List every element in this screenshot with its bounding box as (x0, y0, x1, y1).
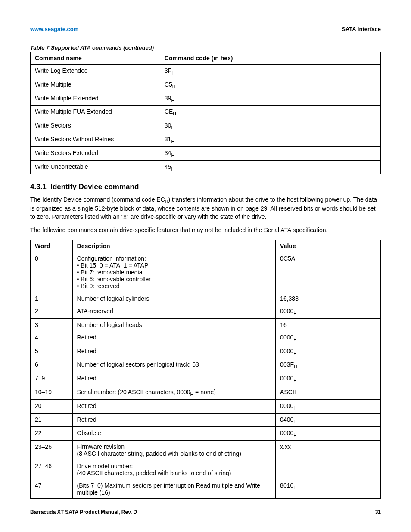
table-row: 22Obsolete0000H (31, 427, 381, 441)
word-cell: 27–46 (31, 460, 73, 479)
desc-cell: Retired (72, 331, 276, 345)
table-row: 21Retired0400H (31, 413, 381, 427)
table-row: Write Multiple FUA ExtendedCEH (31, 106, 381, 119)
value-cell: ASCII (276, 386, 381, 400)
cmd-name-cell: Write Multiple FUA Extended (31, 106, 160, 119)
table-row: Write Multiple Extended39H (31, 92, 381, 106)
word-cell: 4 (31, 331, 73, 345)
table-row: 20Retired0000H (31, 399, 381, 413)
paragraph-2: The following commands contain drive-spe… (30, 226, 381, 234)
desc-cell: Retired (72, 372, 276, 386)
word-cell: 6 (31, 358, 73, 372)
table-row: Write Sectors Without Retries31H (31, 133, 381, 146)
table-row: Write Sectors Extended34H (31, 146, 381, 160)
para1-pre: The Identify Device command (command cod… (30, 196, 165, 203)
desc-cell: Number of logical heads (72, 318, 276, 331)
cmd-code-cell: 3FH (160, 65, 380, 78)
value-cell (276, 460, 381, 479)
table-row: Write Log Extended3FH (31, 65, 381, 78)
desc-cell: Drive model number:(40 ASCII characters,… (72, 460, 276, 479)
desc-cell: Number of logical sectors per logical tr… (72, 358, 276, 372)
th-value: Value (276, 240, 381, 252)
cmd-code-cell: 30H (160, 119, 380, 133)
value-cell: 16,383 (276, 292, 381, 305)
cmd-code-cell: 31H (160, 133, 380, 146)
cmd-name-cell: Write Multiple (31, 78, 160, 92)
th-word: Word (31, 240, 73, 252)
table-row: 7–9Retired0000H (31, 372, 381, 386)
word-cell: 7–9 (31, 372, 73, 386)
desc-cell: Serial number: (20 ASCII characters, 000… (72, 386, 276, 400)
desc-cell: Configuration information:• Bit 15: 0 = … (72, 252, 276, 292)
table-row: 47(Bits 7–0) Maximum sectors per interru… (31, 479, 381, 499)
desc-cell: Number of logical cylinders (72, 292, 276, 305)
word-cell: 2 (31, 305, 73, 319)
table-row: 10–19Serial number: (20 ASCII characters… (31, 386, 381, 400)
table-row: 5Retired0000H (31, 345, 381, 358)
table-row: Write Sectors30H (31, 119, 381, 133)
desc-cell: Retired (72, 345, 276, 358)
word-cell: 10–19 (31, 386, 73, 400)
table1-caption: Table 7 Supported ATA commands (continue… (30, 44, 381, 51)
cmd-code-cell: 39H (160, 92, 380, 106)
desc-cell: ATA-reserved (72, 305, 276, 319)
table-row: 4Retired0000H (31, 331, 381, 345)
ata-commands-table: Command name Command code (in hex) Write… (30, 52, 381, 174)
th-command-name: Command name (31, 52, 160, 65)
word-cell: 5 (31, 345, 73, 358)
value-cell: 0000H (276, 305, 381, 319)
footer-right: 31 (375, 509, 381, 515)
th-description: Description (72, 240, 276, 252)
table-row: 23–26Firmware revision(8 ASCII character… (31, 441, 381, 460)
seagate-link[interactable]: www.seagate.com (30, 26, 78, 32)
page-footer: Barracuda XT SATA Product Manual, Rev. D… (30, 509, 381, 515)
section-title: Identify Device command (50, 183, 139, 191)
cmd-name-cell: Write Log Extended (31, 65, 160, 78)
desc-cell: Retired (72, 399, 276, 413)
value-cell: 0000H (276, 427, 381, 441)
desc-cell: (Bits 7–0) Maximum sectors per interrupt… (72, 479, 276, 499)
word-cell: 22 (31, 427, 73, 441)
cmd-code-cell: CEH (160, 106, 380, 119)
word-cell: 1 (31, 292, 73, 305)
table-row: 1Number of logical cylinders16,383 (31, 292, 381, 305)
value-cell: 0C5AH (276, 252, 381, 292)
table-row: 2ATA-reserved0000H (31, 305, 381, 319)
table-row: Write MultipleC5H (31, 78, 381, 92)
page-header: www.seagate.com SATA Interface (30, 26, 381, 32)
cmd-code-cell: C5H (160, 78, 380, 92)
section-number: 4.3.1 (30, 183, 47, 191)
identify-device-table: Word Description Value 0Configuration in… (30, 240, 381, 499)
cmd-name-cell: Write Sectors Extended (31, 146, 160, 160)
value-cell: 0000H (276, 372, 381, 386)
value-cell: 8010H (276, 479, 381, 499)
section-heading: 4.3.1 Identify Device command (30, 183, 381, 191)
th-command-code: Command code (in hex) (160, 52, 380, 65)
desc-cell: Retired (72, 413, 276, 427)
word-cell: 3 (31, 318, 73, 331)
header-right: SATA Interface (342, 26, 381, 32)
cmd-name-cell: Write Uncorrectable (31, 160, 160, 174)
table-row: 27–46Drive model number:(40 ASCII charac… (31, 460, 381, 479)
cmd-name-cell: Write Multiple Extended (31, 92, 160, 106)
word-cell: 0 (31, 252, 73, 292)
value-cell: 003FH (276, 358, 381, 372)
value-cell: 0000H (276, 345, 381, 358)
table-row: 3Number of logical heads16 (31, 318, 381, 331)
value-cell: 0400H (276, 413, 381, 427)
cmd-name-cell: Write Sectors Without Retries (31, 133, 160, 146)
desc-cell: Firmware revision(8 ASCII character stri… (72, 441, 276, 460)
table-row: Write Uncorrectable45H (31, 160, 381, 174)
table-row: 0Configuration information:• Bit 15: 0 =… (31, 252, 381, 292)
cmd-code-cell: 45H (160, 160, 380, 174)
value-cell: 16 (276, 318, 381, 331)
value-cell: 0000H (276, 331, 381, 345)
cmd-name-cell: Write Sectors (31, 119, 160, 133)
paragraph-1: The Identify Device command (command cod… (30, 196, 381, 221)
word-cell: 23–26 (31, 441, 73, 460)
word-cell: 21 (31, 413, 73, 427)
table-row: 6Number of logical sectors per logical t… (31, 358, 381, 372)
value-cell: x.xx (276, 441, 381, 460)
desc-cell: Obsolete (72, 427, 276, 441)
value-cell: 0000H (276, 399, 381, 413)
